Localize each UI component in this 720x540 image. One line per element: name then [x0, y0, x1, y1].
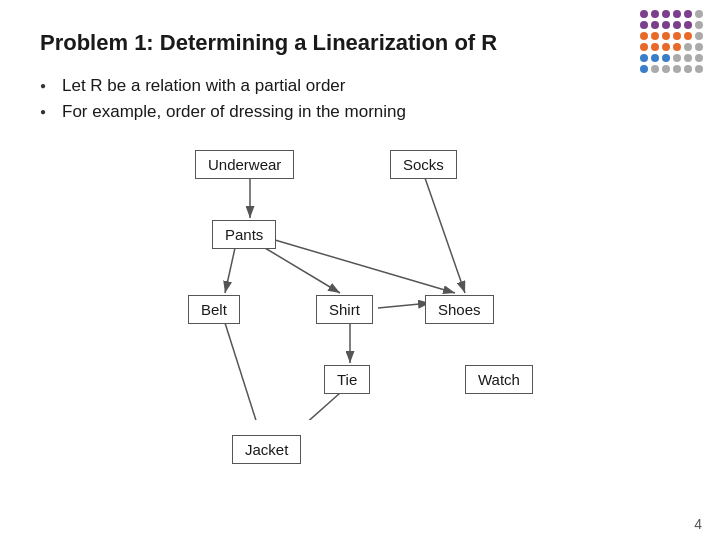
dot	[695, 43, 703, 51]
dot	[695, 54, 703, 62]
dot	[673, 65, 681, 73]
dot	[695, 65, 703, 73]
bullet-item-1: Let R be a relation with a partial order	[40, 76, 680, 96]
dot	[662, 10, 670, 18]
dot	[695, 10, 703, 18]
slide: Problem 1: Determining a Linearization o…	[0, 0, 720, 540]
dot	[640, 32, 648, 40]
dot	[684, 32, 692, 40]
dot	[640, 43, 648, 51]
node-shoes: Shoes	[425, 295, 494, 324]
dot	[640, 65, 648, 73]
dot	[695, 21, 703, 29]
node-socks: Socks	[390, 150, 457, 179]
dot	[673, 21, 681, 29]
svg-line-9	[295, 393, 340, 420]
dot	[684, 54, 692, 62]
node-pants: Pants	[212, 220, 276, 249]
dot	[673, 32, 681, 40]
dot	[684, 43, 692, 51]
dot	[662, 32, 670, 40]
node-belt: Belt	[188, 295, 240, 324]
dot	[651, 32, 659, 40]
dot	[684, 10, 692, 18]
dot	[673, 10, 681, 18]
node-shirt: Shirt	[316, 295, 373, 324]
dot	[640, 54, 648, 62]
svg-line-7	[378, 303, 430, 308]
node-watch: Watch	[465, 365, 533, 394]
slide-title: Problem 1: Determining a Linearization o…	[40, 30, 680, 56]
dot	[695, 32, 703, 40]
node-underwear: Underwear	[195, 150, 294, 179]
svg-line-2	[425, 178, 465, 293]
node-tie: Tie	[324, 365, 370, 394]
svg-line-5	[275, 240, 455, 293]
dot	[651, 21, 659, 29]
dot	[662, 65, 670, 73]
dot	[662, 43, 670, 51]
page-number: 4	[694, 516, 702, 532]
decorative-dots	[640, 10, 710, 80]
dot	[651, 43, 659, 51]
dot	[662, 54, 670, 62]
bullet-item-2: For example, order of dressing in the mo…	[40, 102, 680, 122]
svg-line-4	[265, 248, 340, 293]
dot	[684, 65, 692, 73]
bullet-list: Let R be a relation with a partial order…	[40, 76, 680, 122]
dot	[673, 54, 681, 62]
svg-line-3	[225, 248, 235, 293]
dot	[640, 10, 648, 18]
dot	[651, 54, 659, 62]
dot	[640, 21, 648, 29]
dot	[662, 21, 670, 29]
svg-line-8	[225, 323, 260, 420]
dot	[684, 21, 692, 29]
node-jacket: Jacket	[232, 435, 301, 464]
dot	[651, 10, 659, 18]
dot	[651, 65, 659, 73]
dot	[673, 43, 681, 51]
diagram: Underwear Socks Pants Belt Shirt Shoes T…	[120, 140, 600, 420]
